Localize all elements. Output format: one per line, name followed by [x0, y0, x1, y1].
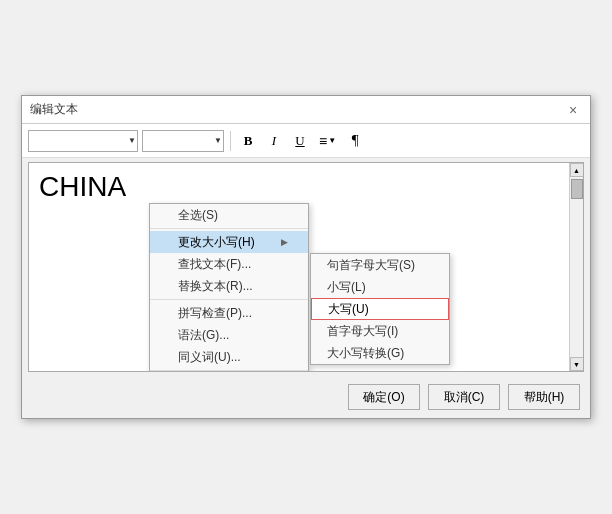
submenu-title-case-label: 首字母大写(I) [327, 323, 398, 340]
menu-item-replace-text-label: 替换文本(R)... [178, 278, 253, 295]
italic-button[interactable]: I [263, 130, 285, 152]
paragraph-button[interactable]: ¶ [344, 130, 366, 152]
menu-item-grammar[interactable]: 语法(G)... [150, 324, 308, 346]
change-case-arrow: ▶ [281, 237, 288, 247]
menu-item-select-all-label: 全选(S) [178, 207, 218, 224]
menu-item-select-all[interactable]: 全选(S) [150, 204, 308, 226]
submenu-sentence-case[interactable]: 句首字母大写(S) [311, 254, 449, 276]
menu-item-replace-text[interactable]: 替换文本(R)... [150, 275, 308, 297]
menu-item-find-text-label: 查找文本(F)... [178, 256, 251, 273]
case-submenu: 句首字母大写(S) 小写(L) 大写(U) 首字母大写(I) 大小写转换(G) [310, 253, 450, 365]
dialog-title: 编辑文本 [30, 101, 78, 118]
align-button[interactable]: ≡ ▼ [315, 130, 340, 152]
scroll-thumb[interactable] [571, 179, 583, 199]
bold-button[interactable]: B [237, 130, 259, 152]
submenu-toggle-case[interactable]: 大小写转换(G) [311, 342, 449, 364]
submenu-uppercase[interactable]: 大写(U) [311, 298, 449, 320]
menu-item-thesaurus-label: 同义词(U)... [178, 349, 241, 366]
menu-item-change-case[interactable]: 更改大小写(H) ▶ 句首字母大写(S) 小写(L) 大写(U) 首字母大写(I… [150, 231, 308, 253]
ok-button[interactable]: 确定(O) [348, 384, 420, 410]
toolbar-separator-1 [230, 131, 231, 151]
font-size-wrapper: 227.399 pt ▼ [142, 130, 224, 152]
font-size-input[interactable]: 227.399 pt [142, 130, 224, 152]
close-button[interactable]: × [564, 101, 582, 119]
submenu-title-case[interactable]: 首字母大写(I) [311, 320, 449, 342]
scroll-up-arrow[interactable]: ▲ [570, 163, 584, 177]
context-menu: 全选(S) 更改大小写(H) ▶ 句首字母大写(S) 小写(L) 大写(U) [149, 203, 309, 372]
cancel-button[interactable]: 取消(C) [428, 384, 500, 410]
menu-item-find-text[interactable]: 查找文本(F)... [150, 253, 308, 275]
menu-item-change-case-label: 更改大小写(H) [178, 234, 255, 251]
help-button[interactable]: 帮助(H) [508, 384, 580, 410]
edit-text-dialog: 编辑文本 × Arial ▼ 227.399 pt ▼ B I U ≡ ▼ ¶ … [21, 95, 591, 419]
align-icon: ≡ [319, 133, 327, 149]
menu-separator-2 [150, 299, 308, 300]
scrollbar: ▲ ▼ [569, 163, 583, 371]
submenu-toggle-case-label: 大小写转换(G) [327, 345, 404, 362]
menu-item-spell-check-label: 拼写检查(P)... [178, 305, 252, 322]
menu-item-grammar-label: 语法(G)... [178, 327, 229, 344]
menu-separator-3 [150, 370, 308, 371]
toolbar: Arial ▼ 227.399 pt ▼ B I U ≡ ▼ ¶ [22, 124, 590, 158]
font-name-input[interactable]: Arial [28, 130, 138, 152]
submenu-uppercase-label: 大写(U) [328, 301, 369, 318]
text-content-area[interactable]: CHINA ▲ ▼ 全选(S) 更改大小写(H) ▶ 句首字母大写(S) [28, 162, 584, 372]
submenu-lowercase-label: 小写(L) [327, 279, 366, 296]
align-arrow: ▼ [328, 136, 336, 145]
dialog-footer: 确定(O) 取消(C) 帮助(H) [22, 376, 590, 418]
scroll-down-arrow[interactable]: ▼ [570, 357, 584, 371]
menu-item-thesaurus[interactable]: 同义词(U)... [150, 346, 308, 368]
menu-item-spell-check[interactable]: 拼写检查(P)... [150, 302, 308, 324]
underline-button[interactable]: U [289, 130, 311, 152]
submenu-lowercase[interactable]: 小写(L) [311, 276, 449, 298]
font-name-wrapper: Arial ▼ [28, 130, 138, 152]
title-bar: 编辑文本 × [22, 96, 590, 124]
submenu-sentence-case-label: 句首字母大写(S) [327, 257, 415, 274]
menu-separator-1 [150, 228, 308, 229]
